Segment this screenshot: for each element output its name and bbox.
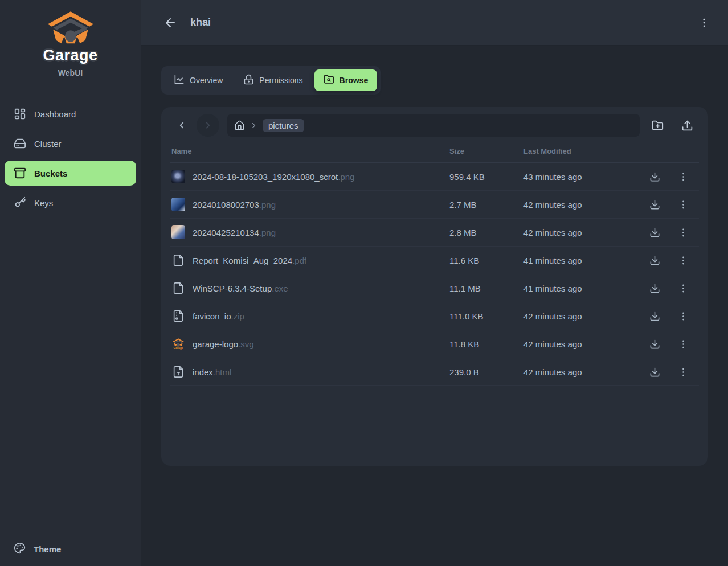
browser-card: pictures Name Size Last Modified	[161, 107, 708, 466]
upload-button[interactable]	[675, 114, 699, 137]
sidebar-item-buckets[interactable]: Buckets	[5, 161, 136, 186]
theme-button[interactable]: Theme	[5, 536, 136, 561]
file-name-link[interactable]: garage-logo.svg	[193, 339, 254, 349]
file-extension: .svg	[238, 339, 254, 349]
keys-icon	[14, 196, 26, 209]
file-text-icon	[172, 366, 185, 378]
file-modified: 41 minutes ago	[523, 256, 644, 265]
home-icon[interactable]	[234, 120, 245, 131]
download-button[interactable]	[644, 194, 665, 215]
table-header-row: Name Size Last Modified	[170, 140, 699, 163]
download-icon	[649, 255, 660, 266]
sidebar-item-dashboard[interactable]: Dashboard	[5, 101, 136, 126]
file-name-link[interactable]: favicon_io.zip	[193, 311, 244, 321]
new-folder-button[interactable]	[645, 114, 669, 137]
kebab-menu-icon	[678, 227, 689, 238]
row-menu-button[interactable]	[673, 166, 693, 187]
app-title: Garage	[0, 47, 141, 64]
file-name-link[interactable]: 2024-08-18-105203_1920x1080_scrot.png	[193, 172, 354, 182]
breadcrumb-folder-pictures[interactable]: pictures	[263, 119, 304, 132]
download-button[interactable]	[644, 166, 665, 187]
row-menu-button[interactable]	[673, 222, 693, 243]
image-thumbnail	[171, 198, 185, 211]
row-menu-button[interactable]	[673, 362, 693, 382]
sidebar-nav: Dashboard Cluster Buckets Keys	[0, 101, 141, 215]
file-name-link[interactable]: index.html	[193, 367, 231, 377]
buckets-icon	[14, 167, 26, 179]
tab-permissions[interactable]: Permissions	[234, 69, 312, 91]
svg-thumbnail: Garage	[171, 338, 185, 350]
download-icon	[649, 339, 660, 350]
kebab-menu-icon	[678, 283, 689, 294]
file-rows: 2024-08-18-105203_1920x1080_scrot.png 95…	[170, 163, 699, 386]
file-row: 2024-08-18-105203_1920x1080_scrot.png 95…	[170, 163, 699, 191]
download-button[interactable]	[644, 250, 665, 270]
file-icon	[172, 254, 185, 266]
sidebar-item-keys[interactable]: Keys	[5, 190, 136, 215]
back-button[interactable]	[159, 12, 181, 34]
kebab-menu-icon	[678, 171, 689, 182]
file-size: 2.7 MB	[449, 200, 523, 210]
tab-label: Permissions	[259, 76, 302, 85]
download-button[interactable]	[644, 306, 665, 326]
file-row: index.html 239.0 B 42 minutes ago	[170, 358, 699, 386]
download-button[interactable]	[644, 334, 665, 354]
download-icon	[649, 367, 660, 378]
file-name-link[interactable]: Report_Komisi_Aug_2024.pdf	[193, 256, 306, 265]
file-size: 11.6 KB	[449, 256, 523, 265]
palette-icon	[14, 542, 26, 556]
file-row: WinSCP-6.3.4-Setup.exe 11.1 MB 41 minute…	[170, 274, 699, 302]
browser-toolbar: pictures	[170, 114, 699, 137]
file-row: 20240425210134.png 2.8 MB 42 minutes ago	[170, 219, 699, 247]
file-name-link[interactable]: 20240425210134.png	[193, 228, 276, 237]
download-icon	[649, 311, 660, 322]
file-extension: .png	[259, 228, 276, 237]
palette-icon	[14, 542, 26, 554]
row-menu-button[interactable]	[673, 306, 693, 326]
image-thumbnail	[171, 225, 185, 239]
dashboard-icon	[14, 108, 26, 120]
file-size: 111.0 KB	[449, 311, 523, 321]
file-modified: 42 minutes ago	[523, 228, 644, 237]
file-extension: .zip	[231, 311, 244, 321]
column-header-modified: Last Modified	[523, 147, 644, 155]
row-menu-button[interactable]	[673, 194, 693, 215]
app-subtitle: WebUI	[0, 68, 141, 77]
file-extension: .exe	[272, 284, 288, 293]
download-button[interactable]	[644, 222, 665, 243]
file-size: 11.1 MB	[449, 284, 523, 293]
row-menu-button[interactable]	[673, 278, 693, 298]
download-icon	[649, 283, 660, 294]
kebab-menu-icon	[678, 367, 689, 378]
download-icon	[649, 171, 660, 182]
file-extension: .html	[213, 367, 232, 377]
download-button[interactable]	[644, 278, 665, 298]
sidebar-item-label: Keys	[34, 198, 53, 208]
row-menu-button[interactable]	[673, 334, 693, 354]
history-forward-button[interactable]	[197, 114, 219, 137]
sidebar-item-cluster[interactable]: Cluster	[5, 131, 136, 156]
file-name-link[interactable]: WinSCP-6.3.4-Setup.exe	[193, 284, 288, 293]
file-size: 11.8 KB	[449, 339, 523, 349]
file-size: 959.4 KB	[449, 172, 523, 182]
tab-overview[interactable]: Overview	[165, 69, 232, 91]
file-icon	[172, 282, 185, 294]
row-menu-button[interactable]	[673, 250, 693, 270]
page-title: khai	[190, 17, 211, 28]
file-name-link[interactable]: 20240108002703.png	[193, 200, 276, 210]
page-header: khai	[141, 0, 728, 46]
file-row: favicon_io.zip 111.0 KB 42 minutes ago	[170, 302, 699, 330]
file-modified: 43 minutes ago	[523, 172, 644, 182]
bucket-tabs: Overview Permissions Browse	[161, 66, 381, 95]
header-menu-button[interactable]	[694, 13, 714, 33]
sidebar: Garage WebUI Dashboard Cluster Buckets K…	[0, 0, 141, 566]
file-icon	[171, 253, 185, 267]
arrow-left-icon	[163, 16, 177, 30]
chevron-right-icon	[203, 120, 213, 130]
sidebar-item-label: Buckets	[34, 169, 67, 178]
download-button[interactable]	[644, 362, 665, 382]
kebab-menu-icon	[678, 199, 689, 210]
tab-browse[interactable]: Browse	[314, 69, 378, 91]
file-extension: .png	[338, 172, 354, 182]
history-back-button[interactable]	[170, 114, 193, 137]
